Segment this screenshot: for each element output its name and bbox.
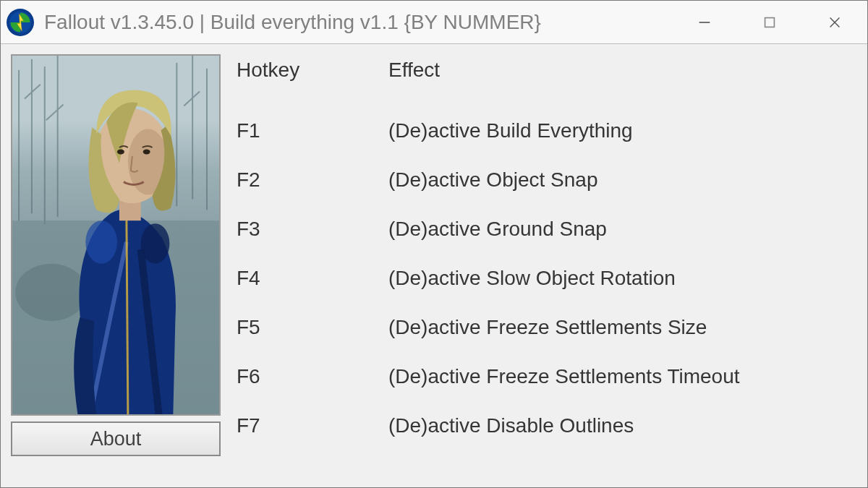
svg-point-16 [15, 264, 87, 321]
window-title: Fallout v1.3.45.0 | Build everything v1.… [44, 11, 672, 34]
hotkey-cell: F4 [237, 254, 388, 303]
table-row: F6 (De)active Freeze Settlements Timeout [237, 352, 857, 401]
col-effect-header: Effect [388, 59, 857, 106]
window-controls [672, 1, 867, 43]
app-icon [7, 9, 34, 36]
effect-cell: (De)active Freeze Settlements Timeout [388, 352, 857, 401]
effect-cell: (De)active Freeze Settlements Size [388, 303, 857, 352]
effect-cell: (De)active Object Snap [388, 155, 857, 205]
titlebar[interactable]: Fallout v1.3.45.0 | Build everything v1.… [1, 1, 867, 44]
table-row: F1 (De)active Build Everything [237, 106, 857, 155]
table-row: F4 (De)active Slow Object Rotation [237, 254, 857, 303]
svg-rect-2 [765, 17, 775, 27]
hotkey-cell: F6 [237, 352, 388, 401]
app-window: Fallout v1.3.45.0 | Build everything v1.… [0, 0, 868, 488]
content-area: About Hotkey Effect F1 (De)active Build … [1, 44, 867, 487]
svg-point-22 [117, 149, 124, 154]
svg-point-18 [141, 223, 170, 264]
hotkey-panel: Hotkey Effect F1 (De)active Build Everyt… [237, 54, 857, 477]
hotkey-tbody: F1 (De)active Build Everything F2 (De)ac… [237, 106, 857, 450]
table-row: F5 (De)active Freeze Settlements Size [237, 303, 857, 352]
col-hotkey-header: Hotkey [237, 59, 388, 106]
hotkey-cell: F1 [237, 106, 388, 155]
effect-cell: (De)active Disable Outlines [388, 401, 857, 450]
table-row: F3 (De)active Ground Snap [237, 205, 857, 254]
effect-cell: (De)active Ground Snap [388, 205, 857, 254]
about-button[interactable]: About [11, 421, 221, 456]
maximize-button[interactable] [737, 1, 802, 43]
table-row: F2 (De)active Object Snap [237, 155, 857, 205]
hotkey-table: Hotkey Effect F1 (De)active Build Everyt… [237, 59, 857, 450]
minimize-button[interactable] [672, 1, 737, 43]
hotkey-cell: F7 [237, 401, 388, 450]
hotkey-cell: F2 [237, 155, 388, 205]
svg-point-17 [85, 221, 117, 264]
effect-cell: (De)active Build Everything [388, 106, 857, 155]
svg-point-23 [143, 149, 150, 154]
left-panel: About [11, 54, 221, 477]
svg-line-13 [46, 104, 64, 120]
character-image [11, 54, 221, 416]
table-row: F7 (De)active Disable Outlines [237, 401, 857, 450]
effect-cell: (De)active Slow Object Rotation [388, 254, 857, 303]
close-button[interactable] [802, 1, 867, 43]
hotkey-cell: F5 [237, 303, 388, 352]
svg-line-12 [25, 85, 41, 99]
hotkey-cell: F3 [237, 205, 388, 254]
